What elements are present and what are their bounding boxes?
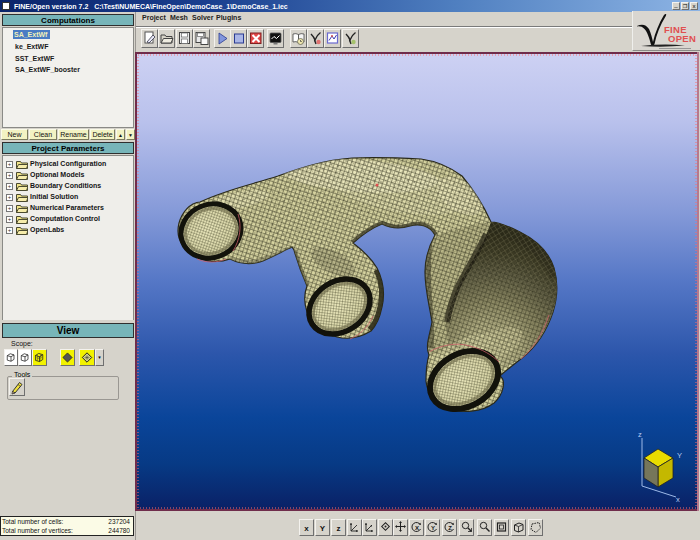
svg-text:x: x	[676, 495, 680, 504]
svg-text:Y: Y	[320, 524, 326, 533]
svg-text:z: z	[638, 430, 642, 439]
svg-text:z: z	[337, 524, 341, 533]
svg-text:x: x	[304, 524, 309, 533]
svg-text:Y: Y	[431, 525, 435, 531]
svg-text:Z: Z	[448, 525, 452, 531]
svg-text:OPEN: OPEN	[668, 33, 696, 44]
svg-text:X: X	[415, 525, 419, 531]
svg-text:Y: Y	[677, 451, 682, 460]
